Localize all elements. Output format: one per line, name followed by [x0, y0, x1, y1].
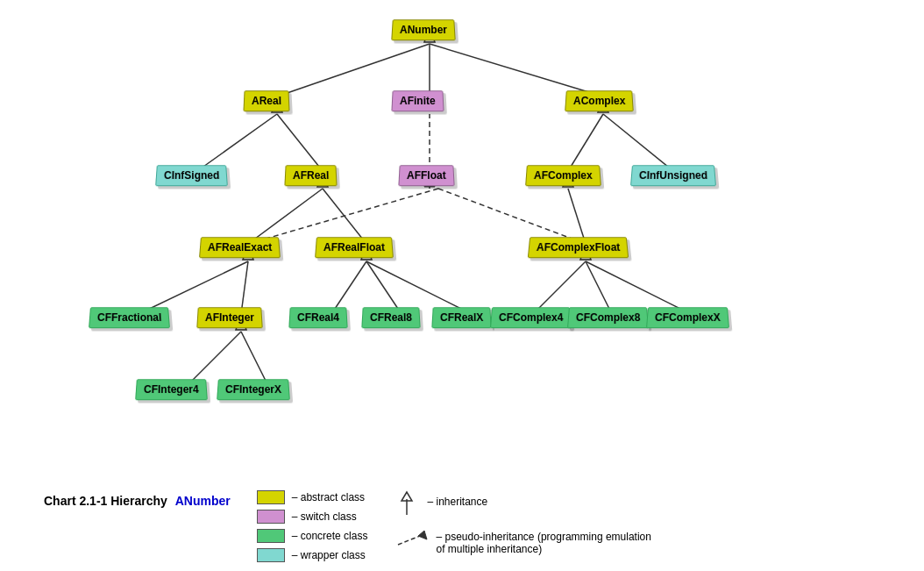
svg-line-7: [568, 114, 603, 171]
legend-switch-label: – switch class: [292, 510, 357, 523]
legend-switch: – switch class: [257, 510, 368, 524]
node-cinfunsigned: CInfUnsigned: [630, 165, 716, 186]
svg-line-0: [277, 44, 430, 96]
svg-line-27: [241, 332, 268, 386]
svg-marker-36: [418, 531, 427, 539]
node-cfcomplex8: CFComplex8: [567, 307, 649, 328]
svg-line-16: [241, 261, 248, 314]
svg-line-22: [533, 261, 586, 314]
svg-line-2: [430, 44, 603, 96]
node-cinfsigned: CInfSigned: [155, 165, 228, 186]
legend-inheritance-label: – inheritance: [427, 490, 487, 508]
svg-line-15: [139, 261, 248, 314]
node-afcomplexfloat: AFComplexFloat: [528, 237, 629, 258]
svg-line-19: [366, 261, 402, 314]
legend-arrows: – inheritance – pseudo-inheritance (prog…: [394, 490, 655, 555]
legend-concrete-box: [257, 529, 285, 543]
legend-wrapper: – wrapper class: [257, 548, 368, 562]
node-afcomplex: AFComplex: [525, 165, 601, 186]
node-affloat: AFFloat: [398, 165, 454, 186]
node-anumber: ANumber: [391, 19, 456, 40]
legend-pseudo-inheritance: – pseudo-inheritance (programming emulat…: [394, 527, 655, 555]
svg-line-24: [586, 261, 691, 314]
chart-label: Chart 2.1-1 Hierarchy ANumber: [44, 494, 231, 508]
node-areal: AReal: [243, 90, 289, 111]
svg-line-32: [438, 189, 586, 244]
svg-line-13: [568, 189, 586, 244]
node-afinteger: AFInteger: [196, 307, 263, 328]
node-cfrealx: CFRealX: [431, 307, 492, 328]
node-cfreal8: CFReal8: [361, 307, 420, 328]
svg-line-18: [331, 261, 366, 314]
legend-pseudo-label: – pseudo-inheritance (programming emulat…: [436, 527, 655, 555]
svg-line-5: [277, 114, 323, 171]
legend-concrete-label: – concrete class: [292, 530, 368, 542]
svg-line-20: [366, 261, 472, 314]
legend-abstract: – abstract class: [257, 490, 368, 504]
legend-abstract-box: [257, 490, 285, 504]
node-cfcomplexx: CFComplexX: [646, 307, 729, 328]
node-afreal: AFReal: [284, 165, 338, 186]
svg-line-10: [248, 189, 323, 244]
svg-line-31: [248, 189, 438, 244]
node-cfreal4: CFReal4: [288, 307, 347, 328]
node-cfintegerx: CFIntegerX: [217, 379, 290, 400]
svg-line-4: [197, 114, 277, 171]
legend-wrapper-box: [257, 548, 285, 562]
node-afrealfloat: AFRealFloat: [315, 237, 394, 258]
svg-line-23: [586, 261, 612, 314]
node-afinite: AFinite: [391, 90, 444, 111]
svg-line-8: [603, 114, 673, 171]
legend-types: – abstract class – switch class – concre…: [257, 490, 368, 562]
node-acomplex: AComplex: [565, 90, 634, 111]
class-diagram: ANumber AReal AFinite AComplex CInfSigne…: [0, 0, 924, 509]
node-cffractional: CFFractional: [89, 307, 170, 328]
svg-line-26: [187, 332, 241, 386]
legend-wrapper-label: – wrapper class: [292, 549, 366, 561]
svg-line-11: [323, 189, 366, 244]
legend-switch-box: [257, 510, 285, 524]
anumber-link[interactable]: ANumber: [175, 494, 231, 508]
legend-concrete: – concrete class: [257, 529, 368, 543]
legend-abstract-label: – abstract class: [292, 491, 365, 503]
node-cfcomplex4: CFComplex4: [490, 307, 572, 328]
node-afrealexact: AFRealExact: [199, 237, 281, 258]
legend-inheritance: – inheritance: [394, 490, 655, 517]
node-cfinteger4: CFInteger4: [135, 379, 207, 400]
